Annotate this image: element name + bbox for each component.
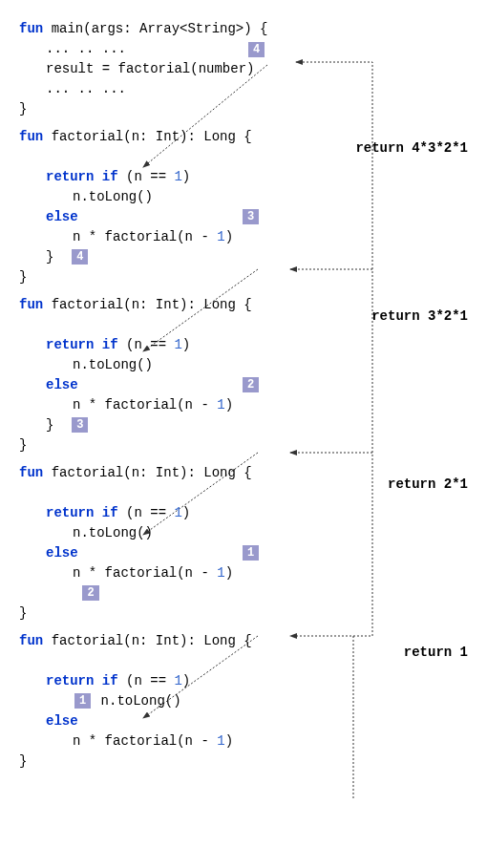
factorial-block-3: return 2*1 fun factorial(n: Int): Long {… bbox=[19, 463, 344, 624]
tolong: n.toLong() bbox=[19, 187, 344, 207]
fn-signature: fun factorial(n: Int): Long { bbox=[19, 127, 344, 147]
main-signature: fun main(args: Array<String>) { bbox=[19, 19, 344, 39]
close-brace: } bbox=[19, 435, 344, 455]
result-line: result = factorial(number) 4 bbox=[19, 59, 344, 79]
tolong: n.toLong() bbox=[19, 523, 344, 543]
recursive-call: n * factorial(n - 1) bbox=[19, 395, 344, 415]
else: else bbox=[19, 711, 344, 731]
close-brace: } bbox=[19, 752, 344, 772]
recursive-call: n * factorial(n - 1) bbox=[19, 227, 344, 247]
inner-close: } 4 bbox=[19, 247, 344, 267]
inner-close: } 3 bbox=[19, 415, 344, 435]
step-badge: 1 bbox=[74, 693, 91, 709]
factorial-block-1: return 4*3*2*1 fun factorial(n: Int): Lo… bbox=[19, 127, 344, 287]
return-if: return if (n == 1) bbox=[19, 335, 344, 355]
step-badge: 2 bbox=[82, 585, 98, 601]
else: else1 bbox=[19, 543, 344, 563]
factorial-block-4: return 1 fun factorial(n: Int): Long { r… bbox=[19, 631, 344, 772]
return-label: return 2*1 bbox=[388, 475, 468, 495]
step-badge: 4 bbox=[248, 42, 265, 57]
step-badge: 3 bbox=[72, 417, 88, 433]
fn-signature: fun factorial(n: Int): Long { bbox=[19, 295, 344, 315]
return-label: return 1 bbox=[404, 643, 468, 663]
fn-signature: fun factorial(n: Int): Long { bbox=[19, 631, 344, 651]
return-if: return if (n == 1) bbox=[19, 671, 344, 691]
recursive-call: n * factorial(n - 1) bbox=[19, 563, 344, 583]
step-badge: 4 bbox=[72, 249, 88, 265]
step-badge: 3 bbox=[243, 209, 259, 224]
return-label: return 3*2*1 bbox=[371, 307, 468, 327]
fn-signature: fun factorial(n: Int): Long { bbox=[19, 463, 344, 483]
step-return-below: 2 bbox=[19, 583, 344, 603]
factorial-block-2: return 3*2*1 fun factorial(n: Int): Long… bbox=[19, 295, 344, 455]
return-if: return if (n == 1) bbox=[19, 167, 344, 187]
step-badge: 1 bbox=[243, 545, 259, 561]
tolong-base: 1 n.toLong() bbox=[19, 691, 344, 711]
ellipsis: ... .. ... bbox=[19, 39, 344, 59]
return-label: return 4*3*2*1 bbox=[355, 138, 468, 159]
else: else3 bbox=[19, 207, 344, 227]
close-brace: } bbox=[19, 99, 344, 119]
return-if: return if (n == 1) bbox=[19, 503, 344, 523]
close-brace: } bbox=[19, 603, 344, 624]
close-brace: } bbox=[19, 267, 344, 287]
else: else2 bbox=[19, 375, 344, 395]
recursive-call: n * factorial(n - 1) bbox=[19, 731, 344, 752]
ellipsis: ... .. ... bbox=[19, 79, 344, 99]
recursion-diagram: fun main(args: Array<String>) { ... .. .… bbox=[19, 19, 344, 772]
step-badge: 2 bbox=[243, 377, 259, 392]
main-block: fun main(args: Array<String>) { ... .. .… bbox=[19, 19, 344, 119]
tolong: n.toLong() bbox=[19, 355, 344, 375]
